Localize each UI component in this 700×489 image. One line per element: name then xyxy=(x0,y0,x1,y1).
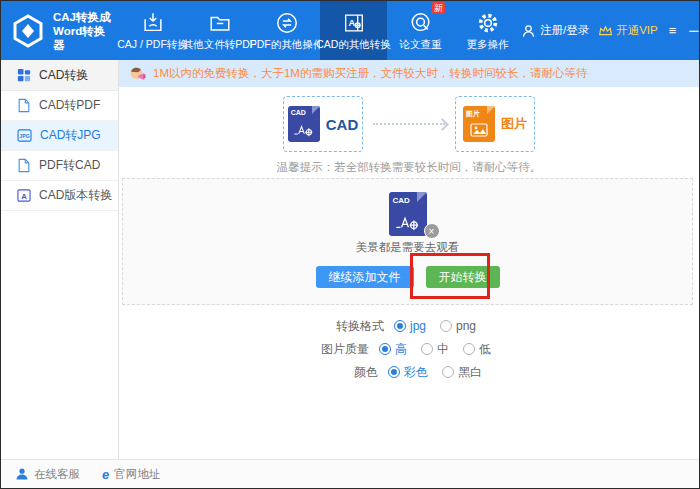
nav-item-cad-ops[interactable]: A CAD的其他转换 xyxy=(320,1,387,60)
gear-icon xyxy=(476,11,500,35)
navbar-right: 注册/登录 开通VIP ≡ ─ □ × xyxy=(521,1,700,60)
jpg-file-icon: JPG xyxy=(17,129,32,142)
minimize-button[interactable]: ─ xyxy=(687,24,700,37)
arrow-right-icon xyxy=(373,123,445,125)
radio-high[interactable]: 高 xyxy=(379,341,407,358)
svg-text:A: A xyxy=(348,18,355,28)
nav-item-other-to-pdf[interactable]: 其他文件转PDF xyxy=(186,1,253,60)
notice-bar: 1M以内的免费转换，大于1M的需购买注册，文件较大时，转换时间较长，请耐心等待 xyxy=(119,60,699,87)
radio-color[interactable]: 彩色 xyxy=(388,364,428,381)
radio-icon xyxy=(440,320,452,332)
announcement-icon xyxy=(129,66,147,82)
nav-item-label: CAD的其他转换 xyxy=(316,38,391,52)
body: CAD转换 CAD转PDF JPG CAD转JPG xyxy=(1,60,699,459)
target-format-label: 图片 xyxy=(501,115,527,133)
nav-item-label: CAJ / PDF转换 xyxy=(117,38,188,52)
browser-e-icon: e xyxy=(102,467,109,482)
target-format-box: 图片 图片 xyxy=(455,96,535,152)
file-dropzone[interactable]: CAD × 美景都是需要去观看 继续添加文件 xyxy=(122,178,693,305)
file-name: 美景都是需要去观看 xyxy=(356,240,460,255)
login-button[interactable]: 注册/登录 xyxy=(521,23,589,39)
nav-item-more[interactable]: 更多操作 xyxy=(454,1,521,60)
category-grid-icon xyxy=(17,68,31,82)
radio-icon xyxy=(379,343,391,355)
radio-low[interactable]: 低 xyxy=(463,341,491,358)
app-brand: CAJ转换成 Word转换 器 xyxy=(1,1,119,60)
nav-item-label: 论文查重 xyxy=(400,38,442,52)
source-format-label: CAD xyxy=(326,116,359,133)
radio-jpg[interactable]: jpg xyxy=(394,319,426,333)
user-icon xyxy=(521,23,536,39)
compass-a-glyph xyxy=(293,123,315,137)
start-convert-button[interactable]: 开始转换 xyxy=(426,266,500,288)
color-label: 颜色 xyxy=(322,364,378,381)
remove-file-button[interactable]: × xyxy=(424,223,440,239)
plagiarism-check-icon xyxy=(409,11,433,35)
new-badge: 新 xyxy=(432,2,445,14)
image-file-icon: 图片 xyxy=(463,106,495,142)
pdf-file-icon xyxy=(17,98,31,113)
app-window: CAJ转换成 Word转换 器 CAJ / PDF转换 其他文件转PDF xyxy=(0,0,700,489)
nav-items: CAJ / PDF转换 其他文件转PDF PDF的其他操作 A xyxy=(119,1,521,60)
sidebar: CAD转换 CAD转PDF JPG CAD转JPG xyxy=(1,60,119,459)
add-files-button[interactable]: 继续添加文件 xyxy=(316,266,414,288)
photo-glyph xyxy=(470,123,488,137)
login-label: 注册/登录 xyxy=(540,23,589,38)
online-service-link[interactable]: 在线客服 xyxy=(15,467,80,482)
format-label: 转换格式 xyxy=(328,318,384,335)
app-logo-icon xyxy=(9,12,47,50)
sidebar-header-cad-convert[interactable]: CAD转换 xyxy=(1,60,118,91)
tip-text: 温馨提示：若全部转换需要较长时间，请耐心等待。 xyxy=(277,160,542,175)
format-option-row: 转换格式 jpg png xyxy=(328,317,490,335)
menu-button[interactable]: ≡ xyxy=(667,24,679,37)
online-service-label: 在线客服 xyxy=(34,467,80,482)
sidebar-item-label: CAD版本转换 xyxy=(39,187,112,204)
top-navbar: CAJ转换成 Word转换 器 CAJ / PDF转换 其他文件转PDF xyxy=(1,1,699,60)
radio-icon xyxy=(388,366,400,378)
nav-item-pdf-ops[interactable]: PDF的其他操作 xyxy=(253,1,320,60)
radio-icon xyxy=(394,320,406,332)
vip-button[interactable]: 开通VIP xyxy=(598,23,658,38)
cad-file-icon: CAD × xyxy=(389,192,427,236)
radio-medium[interactable]: 中 xyxy=(421,341,449,358)
vip-label: 开通VIP xyxy=(616,23,658,38)
cad-drawing-icon: A xyxy=(342,11,366,35)
sidebar-item-label: CAD转JPG xyxy=(40,127,101,144)
nav-item-caj-pdf[interactable]: CAJ / PDF转换 xyxy=(119,1,186,60)
conversion-flow: CAD CAD xyxy=(119,87,699,178)
sidebar-header-label: CAD转换 xyxy=(39,67,88,84)
download-pdf-icon xyxy=(141,11,165,35)
nav-item-label: 其他文件转PDF xyxy=(183,38,257,52)
sidebar-item-label: CAD转PDF xyxy=(39,97,100,114)
notice-text: 1M以内的免费转换，大于1M的需购买注册，文件较大时，转换时间较长，请耐心等待 xyxy=(153,66,587,81)
radio-icon xyxy=(442,366,454,378)
crown-icon xyxy=(598,24,613,37)
sidebar-item-pdf-to-cad[interactable]: PDF转CAD xyxy=(1,151,118,181)
sidebar-item-cad-to-pdf[interactable]: CAD转PDF xyxy=(1,91,118,121)
website-link[interactable]: e 官网地址 xyxy=(102,467,160,482)
empty-space xyxy=(119,381,699,459)
radio-bw[interactable]: 黑白 xyxy=(442,364,482,381)
website-label: 官网地址 xyxy=(114,467,160,482)
nav-item-paper-check[interactable]: 新 论文查重 xyxy=(387,1,454,60)
letter-a-doc-icon: A xyxy=(17,189,31,202)
main-area: 1M以内的免费转换，大于1M的需购买注册，文件较大时，转换时间较长，请耐心等待 … xyxy=(119,60,699,459)
cad-file-icon: CAD xyxy=(288,106,320,142)
sidebar-item-label: PDF转CAD xyxy=(39,157,100,174)
source-format-box: CAD CAD xyxy=(283,96,363,152)
conversion-options: 转换格式 jpg png 图片质量 高 xyxy=(119,317,699,381)
sidebar-item-cad-to-jpg[interactable]: JPG CAD转JPG xyxy=(1,121,118,151)
customer-service-icon xyxy=(15,467,29,481)
app-title: CAJ转换成 Word转换 器 xyxy=(53,10,111,52)
radio-icon xyxy=(421,343,433,355)
radio-png[interactable]: png xyxy=(440,319,476,333)
folder-icon xyxy=(208,11,232,35)
pdf-file-icon xyxy=(17,158,31,173)
quality-label: 图片质量 xyxy=(313,341,369,358)
quality-option-row: 图片质量 高 中 低 xyxy=(313,340,505,358)
footer-bar: 在线客服 e 官网地址 xyxy=(1,459,699,488)
sync-arrows-icon xyxy=(275,11,299,35)
svg-text:JPG: JPG xyxy=(19,133,29,139)
svg-text:A: A xyxy=(21,192,27,201)
sidebar-item-cad-version[interactable]: A CAD版本转换 xyxy=(1,181,118,211)
